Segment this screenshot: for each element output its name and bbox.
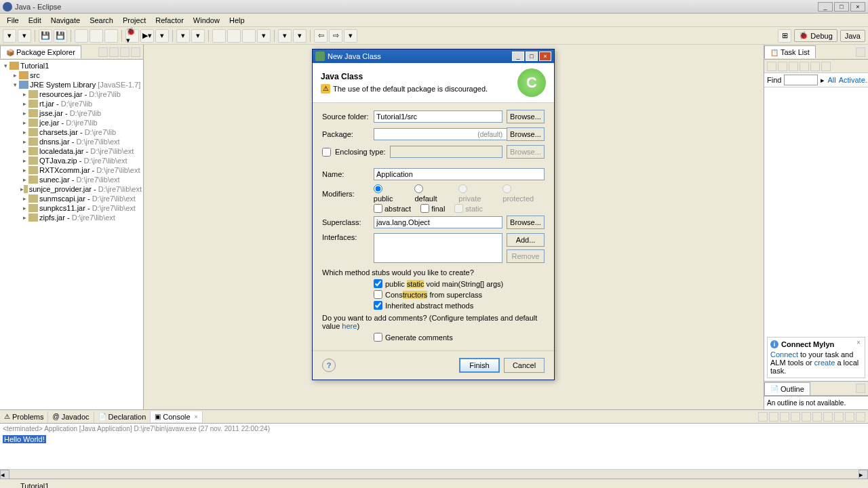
- jar-item[interactable]: localedata.jar - D:\jre7\lib\ext: [39, 147, 134, 155]
- tool-button[interactable]: ▾: [176, 29, 190, 43]
- project-tree[interactable]: ▾Tutorial1 ▸src ▾JRE System Library [Jav…: [0, 60, 143, 409]
- new-button[interactable]: ▾: [3, 29, 16, 43]
- menu-help[interactable]: Help: [225, 15, 249, 26]
- generate-comments-checkbox[interactable]: [374, 333, 382, 342]
- menu-project[interactable]: Project: [119, 15, 150, 26]
- javadoc-tab[interactable]: @ Javadoc: [48, 411, 94, 422]
- minimize-button[interactable]: _: [818, 2, 833, 12]
- tool-button[interactable]: ▾: [191, 29, 205, 43]
- jar-item[interactable]: sunec.jar - D:\jre7\lib\ext: [39, 176, 120, 184]
- console-tool[interactable]: [823, 412, 833, 422]
- open-perspective-button[interactable]: ⊞: [778, 29, 791, 43]
- tool-button[interactable]: ▾: [278, 29, 292, 43]
- close-icon[interactable]: ×: [856, 339, 863, 346]
- task-tool[interactable]: [778, 62, 787, 71]
- tool-button[interactable]: [212, 29, 226, 43]
- help-button[interactable]: ?: [322, 359, 336, 372]
- jar-item[interactable]: dnsns.jar - D:\jre7\lib\ext: [39, 138, 120, 146]
- jar-item[interactable]: resources.jar - D:\jre7\lib: [39, 90, 121, 98]
- name-input[interactable]: [374, 168, 545, 180]
- task-tool[interactable]: [767, 62, 776, 71]
- nav-button[interactable]: ▾: [344, 29, 357, 43]
- jar-item[interactable]: zipfs.jar - D:\jre7\lib\ext: [39, 214, 115, 222]
- public-radio[interactable]: public: [374, 184, 404, 203]
- horizontal-scrollbar[interactable]: ◂ ▸: [0, 469, 868, 479]
- view-tool[interactable]: [109, 47, 119, 57]
- jar-item[interactable]: jce.jar - D:\jre7\lib: [39, 119, 98, 127]
- add-interface-button[interactable]: Add...: [507, 233, 545, 247]
- superclass-browse-button[interactable]: Browse...: [507, 216, 545, 229]
- interfaces-list[interactable]: [374, 233, 502, 263]
- cancel-button[interactable]: Cancel: [504, 358, 545, 373]
- jar-item[interactable]: QTJava.zip - D:\jre7\lib\ext: [39, 157, 127, 165]
- console-tool[interactable]: [856, 412, 865, 422]
- open-button[interactable]: ▾: [18, 29, 31, 43]
- task-tool[interactable]: [810, 62, 820, 71]
- jre-library[interactable]: JRE System Library [JavaSE-1.7]: [30, 81, 140, 89]
- project-node[interactable]: Tutorial1: [20, 62, 49, 70]
- jar-item[interactable]: sunjce_provider.jar - D:\jre7\lib\ext: [29, 185, 142, 193]
- package-browse-button[interactable]: Browse...: [507, 127, 545, 141]
- task-tool[interactable]: [800, 62, 809, 71]
- console-output[interactable]: Hello World!: [0, 434, 868, 469]
- tool-button[interactable]: [104, 29, 118, 43]
- console-tool[interactable]: [758, 412, 768, 422]
- task-tool[interactable]: [789, 62, 798, 71]
- jar-item[interactable]: sunmscapi.jar - D:\jre7\lib\ext: [39, 195, 136, 203]
- outline-tab[interactable]: 📄 Outline: [764, 382, 810, 395]
- finish-button[interactable]: Finish: [459, 358, 500, 373]
- default-radio[interactable]: default: [414, 184, 448, 203]
- save-button[interactable]: 💾: [39, 29, 52, 43]
- console-tab[interactable]: ▣ Console×: [151, 411, 203, 422]
- dialog-titlebar[interactable]: New Java Class _ □ ×: [313, 49, 554, 63]
- activate-link[interactable]: Activate...: [839, 76, 868, 84]
- all-link[interactable]: All: [827, 76, 835, 84]
- menu-refactor[interactable]: Refactor: [151, 15, 188, 26]
- console-tool[interactable]: [834, 412, 844, 422]
- run-config-button[interactable]: ▾: [155, 29, 169, 43]
- create-link[interactable]: create: [814, 359, 835, 367]
- tool-button[interactable]: [242, 29, 256, 43]
- debug-perspective[interactable]: 🐞 Debug: [794, 29, 837, 42]
- source-folder-browse-button[interactable]: Browse...: [507, 110, 545, 123]
- jar-item[interactable]: charsets.jar - D:\jre7\lib: [39, 128, 116, 136]
- view-tool[interactable]: [856, 47, 865, 57]
- tool-button[interactable]: [227, 29, 241, 43]
- constructors-checkbox[interactable]: [374, 290, 382, 299]
- task-tool[interactable]: [821, 62, 831, 71]
- menu-file[interactable]: File: [3, 15, 23, 26]
- console-tool[interactable]: [812, 412, 822, 422]
- final-checkbox[interactable]: final: [420, 204, 445, 213]
- jar-item[interactable]: rt.jar - D:\jre7\lib: [39, 100, 92, 108]
- superclass-input[interactable]: [374, 216, 502, 228]
- tool-button[interactable]: [75, 29, 88, 43]
- view-tool[interactable]: [856, 384, 865, 393]
- source-folder-input[interactable]: [374, 110, 502, 123]
- main-method-checkbox[interactable]: [374, 279, 382, 288]
- java-perspective[interactable]: Java: [840, 30, 865, 42]
- task-list-tab[interactable]: 📋 Task List: [764, 45, 816, 58]
- menu-edit[interactable]: Edit: [24, 15, 45, 26]
- close-button[interactable]: ×: [850, 2, 865, 12]
- package-explorer-tab[interactable]: 📦 Package Explorer: [0, 45, 81, 58]
- console-tool[interactable]: [769, 412, 778, 422]
- maximize-button[interactable]: □: [834, 2, 849, 12]
- debug-button[interactable]: 🐞▾: [125, 29, 139, 43]
- console-tool[interactable]: [791, 412, 800, 422]
- back-button[interactable]: ⇦: [314, 29, 328, 43]
- dialog-maximize-button[interactable]: □: [526, 52, 538, 61]
- console-tool[interactable]: [780, 412, 789, 422]
- menu-window[interactable]: Window: [189, 15, 224, 26]
- jar-item[interactable]: sunpkcs11.jar - D:\jre7\lib\ext: [39, 204, 136, 212]
- view-menu[interactable]: [131, 47, 140, 57]
- connect-link[interactable]: Connect: [770, 350, 798, 359]
- tool-button[interactable]: ▾: [257, 29, 271, 43]
- abstract-checkbox[interactable]: abstract: [374, 204, 411, 213]
- console-tool[interactable]: [802, 412, 811, 422]
- find-play-icon[interactable]: ▸: [821, 76, 825, 85]
- jar-item[interactable]: RXTXcomm.jar - D:\jre7\lib\ext: [39, 166, 140, 174]
- dialog-minimize-button[interactable]: _: [512, 52, 524, 61]
- here-link[interactable]: here: [342, 322, 357, 330]
- view-tool[interactable]: [120, 47, 130, 57]
- problems-tab[interactable]: ⚠ Problems: [0, 411, 48, 422]
